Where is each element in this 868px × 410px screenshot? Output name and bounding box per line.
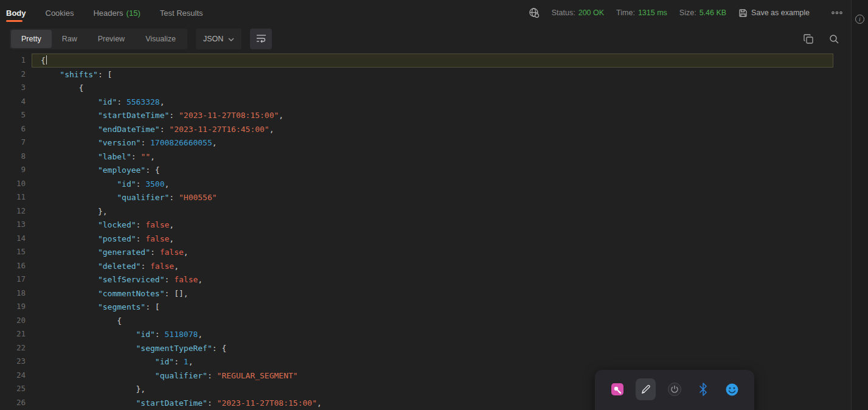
code-line[interactable]: 13 "locked": false, bbox=[0, 218, 833, 232]
network-globe-icon[interactable] bbox=[529, 7, 540, 18]
code-line[interactable]: 12 }, bbox=[0, 204, 833, 218]
power-icon[interactable] bbox=[664, 378, 684, 400]
save-as-example-label: Save as example bbox=[751, 9, 810, 17]
time-value: 1315 ms bbox=[638, 9, 667, 17]
code-line[interactable]: 7 "version": 1700826660055, bbox=[0, 136, 833, 150]
code-text: "segments": [ bbox=[32, 300, 833, 314]
code-text: }, bbox=[32, 204, 833, 218]
search-icon[interactable] bbox=[829, 34, 839, 44]
line-number: 17 bbox=[0, 273, 32, 287]
code-line[interactable]: 5 "startDateTime": "2023-11-27T08:15:00"… bbox=[0, 108, 833, 122]
code-line[interactable]: 8 "label": "", bbox=[0, 150, 833, 164]
line-number: 15 bbox=[0, 245, 32, 259]
line-number: 9 bbox=[0, 163, 32, 177]
code-line[interactable]: 20 { bbox=[0, 314, 833, 328]
code-line[interactable]: 9 "employee": { bbox=[0, 163, 833, 177]
line-number: 26 bbox=[0, 396, 32, 410]
code-line[interactable]: 17 "selfServiced": false, bbox=[0, 273, 833, 287]
right-rail: i bbox=[851, 0, 868, 410]
code-text: "shifts": [ bbox=[32, 68, 833, 82]
line-number: 5 bbox=[0, 108, 32, 122]
tab-cookies[interactable]: Cookies bbox=[46, 0, 74, 26]
code-line[interactable]: 22 "segmentTypeRef": { bbox=[0, 341, 833, 355]
code-line[interactable]: 18 "commentNotes": [], bbox=[0, 287, 833, 301]
line-number: 24 bbox=[0, 369, 32, 383]
code-text: { bbox=[32, 81, 833, 95]
code-line[interactable]: 14 "posted": false, bbox=[0, 232, 833, 246]
code-line[interactable]: 4 "id": 5563328, bbox=[0, 95, 833, 109]
tab-headers-label: Headers bbox=[93, 9, 123, 18]
line-number: 2 bbox=[0, 68, 32, 82]
size-indicator: Size: 5.46 KB bbox=[679, 9, 726, 17]
code-line[interactable]: 16 "deleted": false, bbox=[0, 259, 833, 273]
code-line[interactable]: 2 "shifts": [ bbox=[0, 68, 833, 82]
save-icon bbox=[738, 9, 748, 18]
text-cursor bbox=[46, 55, 47, 64]
status-value: 200 OK bbox=[578, 9, 604, 17]
line-number: 1 bbox=[0, 54, 32, 68]
code-line[interactable]: 21 "id": 5118078, bbox=[0, 327, 833, 341]
response-meta: Status: 200 OK Time: 1315 ms Size: 5.46 … bbox=[529, 7, 842, 18]
code-text: { bbox=[32, 314, 833, 328]
mode-preview-button[interactable]: Preview bbox=[88, 30, 135, 48]
pen-tool-icon[interactable] bbox=[636, 378, 656, 400]
line-number: 12 bbox=[0, 204, 32, 218]
tab-body[interactable]: Body bbox=[6, 0, 26, 26]
code-text: "employee": { bbox=[32, 163, 833, 177]
code-line[interactable]: 3 { bbox=[0, 81, 833, 95]
more-options-icon[interactable] bbox=[832, 11, 842, 15]
mode-pretty-button[interactable]: Pretty bbox=[11, 30, 52, 48]
code-text: "startDateTime": "2023-11-27T08:15:00", bbox=[32, 108, 833, 122]
copy-icon[interactable] bbox=[804, 34, 813, 44]
body-view-toolbar: Pretty Raw Preview Visualize JSON bbox=[0, 26, 851, 52]
line-number: 19 bbox=[0, 300, 32, 314]
line-number: 22 bbox=[0, 341, 32, 355]
code-line[interactable]: 23 "id": 1, bbox=[0, 355, 833, 369]
line-number: 20 bbox=[0, 314, 32, 328]
tab-headers[interactable]: Headers (15) bbox=[93, 0, 140, 26]
line-number: 4 bbox=[0, 95, 32, 109]
code-text: "endDateTime": "2023-11-27T16:45:00", bbox=[32, 122, 833, 136]
code-line[interactable]: 1{ bbox=[0, 54, 833, 68]
code-line[interactable]: 19 "segments": [ bbox=[0, 300, 833, 314]
magenta-app-icon[interactable] bbox=[607, 378, 627, 400]
save-as-example-button[interactable]: Save as example bbox=[738, 9, 810, 18]
code-text: "label": "", bbox=[32, 150, 833, 164]
code-line[interactable]: 6 "endDateTime": "2023-11-27T16:45:00", bbox=[0, 122, 833, 136]
language-select[interactable]: JSON bbox=[196, 29, 241, 49]
smiley-icon[interactable] bbox=[722, 378, 742, 400]
response-body-editor[interactable]: 1{2 "shifts": [3 {4 "id": 5563328,5 "sta… bbox=[0, 54, 851, 410]
line-number: 11 bbox=[0, 190, 32, 204]
response-pane: Body Cookies Headers (15) Test Results bbox=[0, 0, 851, 410]
bluetooth-icon[interactable] bbox=[693, 378, 713, 400]
line-number: 16 bbox=[0, 259, 32, 273]
code-line[interactable]: 15 "generated": false, bbox=[0, 245, 833, 259]
info-icon[interactable]: i bbox=[855, 15, 864, 24]
chevron-down-icon bbox=[228, 35, 234, 43]
code-lines: 1{2 "shifts": [3 {4 "id": 5563328,5 "sta… bbox=[0, 54, 833, 409]
code-text: "selfServiced": false, bbox=[32, 273, 833, 287]
view-mode-group: Pretty Raw Preview Visualize bbox=[10, 29, 187, 49]
headers-count-badge: (15) bbox=[127, 9, 141, 18]
code-text: "locked": false, bbox=[32, 218, 833, 232]
tab-test-results[interactable]: Test Results bbox=[160, 0, 203, 26]
size-label: Size: bbox=[679, 9, 696, 17]
line-number: 14 bbox=[0, 232, 32, 246]
line-number: 3 bbox=[0, 81, 32, 95]
line-number: 6 bbox=[0, 122, 32, 136]
code-text: "segmentTypeRef": { bbox=[32, 341, 833, 355]
toolbar-right-actions bbox=[804, 34, 839, 44]
status-indicator: Status: 200 OK bbox=[552, 9, 604, 17]
code-line[interactable]: 11 "qualifier": "H00556" bbox=[0, 190, 833, 204]
line-number: 25 bbox=[0, 382, 32, 396]
code-text: "posted": false, bbox=[32, 232, 833, 246]
mode-raw-button[interactable]: Raw bbox=[52, 30, 88, 48]
wrap-lines-button[interactable] bbox=[250, 29, 272, 49]
time-label: Time: bbox=[616, 9, 635, 17]
mode-visualize-button[interactable]: Visualize bbox=[135, 30, 186, 48]
code-line[interactable]: 10 "id": 3500, bbox=[0, 177, 833, 191]
line-number: 23 bbox=[0, 355, 32, 369]
response-tabs: Body Cookies Headers (15) Test Results bbox=[6, 0, 203, 26]
tab-cookies-label: Cookies bbox=[46, 9, 74, 18]
code-text: "commentNotes": [], bbox=[32, 287, 833, 301]
